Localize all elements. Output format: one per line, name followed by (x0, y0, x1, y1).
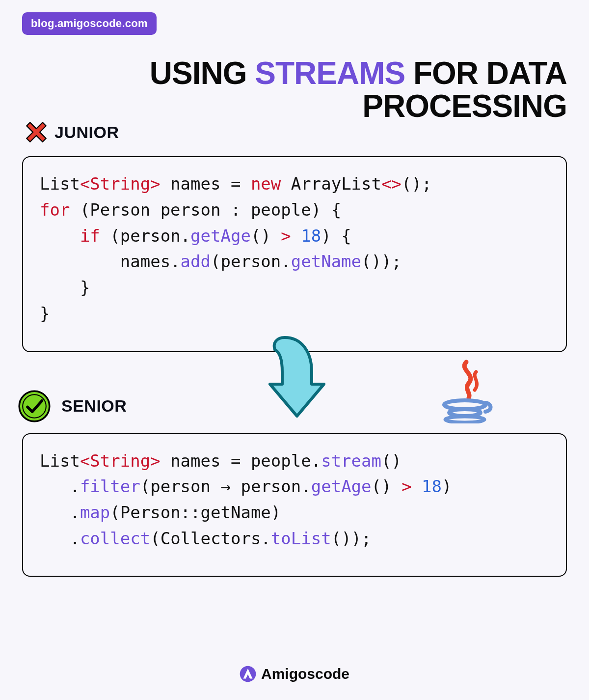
senior-header: SENIOR (17, 389, 127, 423)
code-method: stream (321, 451, 381, 471)
code-keyword: new (251, 174, 281, 194)
code-text: (person. (211, 252, 291, 271)
title-text-2: FOR DATA (405, 56, 567, 91)
code-method: collect (80, 529, 150, 548)
code-text: names = people. (161, 451, 321, 471)
junior-code-box: List<String> names = new ArrayList<>(); … (22, 156, 567, 352)
code-text: (); (402, 174, 431, 194)
code-text: ()); (331, 529, 372, 548)
code-text: . (40, 503, 80, 522)
code-method: filter (80, 476, 140, 496)
code-text: (Person person : people) { (70, 200, 341, 220)
code-text: () (251, 226, 281, 246)
code-text: List (40, 451, 80, 471)
code-method: getName (291, 252, 361, 271)
page-title: USING STREAMS FOR DATA PROCESSING (22, 57, 567, 123)
code-generic: <> (381, 174, 402, 194)
footer-text: Amigoscode (261, 666, 349, 682)
code-method: toList (271, 529, 331, 548)
footer: Amigoscode (0, 666, 589, 682)
code-text: names. (40, 252, 181, 271)
junior-label: JUNIOR (54, 123, 119, 142)
code-method: getAge (190, 226, 251, 246)
code-text: . (40, 529, 80, 548)
senior-label: SENIOR (61, 396, 127, 416)
code-text: . (40, 476, 80, 496)
svg-point-3 (19, 391, 50, 421)
code-generic: <String> (80, 174, 161, 194)
code-text: () (381, 451, 402, 471)
code-text: List (40, 174, 80, 194)
down-arrow-icon (258, 330, 331, 421)
title-accent: STREAMS (255, 56, 405, 91)
code-text: } (40, 278, 90, 297)
amigoscode-logo-icon (240, 666, 256, 682)
code-number: 18 (422, 476, 442, 496)
code-text: person. (231, 476, 311, 496)
code-method: map (80, 503, 110, 522)
code-text: ) (442, 476, 452, 496)
title-text-3: PROCESSING (362, 88, 567, 124)
code-text: () (372, 476, 402, 496)
code-text (411, 476, 421, 496)
cross-icon (22, 118, 51, 146)
site-badge: blog.amigoscode.com (22, 12, 157, 35)
svg-point-2 (445, 417, 484, 422)
code-operator: > (402, 476, 411, 496)
code-text: (Collectors. (150, 529, 271, 548)
code-text (291, 226, 301, 246)
code-text: } (40, 304, 50, 323)
code-text: ArrayList (281, 174, 381, 194)
senior-code-box: List<String> names = people.stream() .fi… (22, 433, 567, 577)
code-text: ) { (321, 226, 351, 246)
code-operator: > (281, 226, 291, 246)
title-text-1: USING (150, 56, 255, 91)
check-icon (17, 389, 52, 423)
code-number: 18 (301, 226, 321, 246)
code-text: (Person::getName) (110, 503, 281, 522)
code-text: ()); (361, 252, 402, 271)
code-text: names = (161, 174, 251, 194)
code-arrow: → (220, 476, 230, 496)
code-text: (person. (100, 226, 190, 246)
code-method: add (181, 252, 211, 271)
transition-area: SENIOR (22, 352, 567, 423)
code-generic: <String> (80, 451, 161, 471)
code-method: getAge (311, 476, 372, 496)
code-keyword: if (80, 226, 100, 246)
code-text: (person (140, 476, 221, 496)
code-text (40, 226, 80, 246)
code-keyword: for (40, 200, 70, 220)
java-logo-icon (439, 360, 493, 423)
